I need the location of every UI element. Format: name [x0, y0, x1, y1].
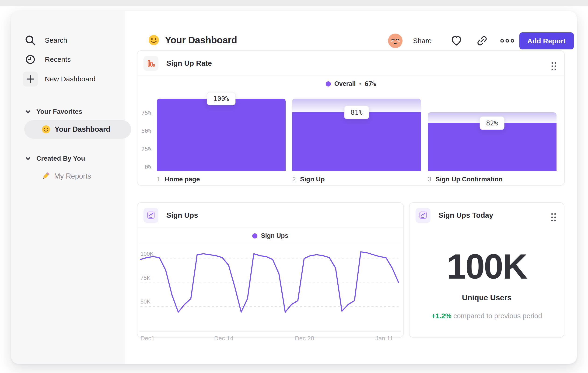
sign-up-rate-card: Sign Up Rate Overall • 67% 75%50%25%0%10…: [137, 50, 565, 186]
copy-link-icon[interactable]: [476, 35, 488, 46]
share-button[interactable]: Share: [413, 36, 432, 46]
plus-icon: [23, 71, 38, 87]
section-header-label: Your Favorites: [36, 108, 82, 115]
sign-ups-card: Sign Ups Sign Ups 100K75K50KDec1Dec 14De…: [137, 202, 404, 338]
sidebar-section-created-by-you[interactable]: Created By You: [25, 154, 85, 163]
funnel-step-label: 3Sign Up Confirmation: [428, 176, 503, 183]
metric-value: 100K: [410, 249, 564, 284]
sidebar-item-label: Your Dashboard: [55, 125, 110, 134]
chevron-down-icon: [25, 110, 31, 113]
pencil-emoji: [41, 171, 50, 181]
change-description: compared to previous period: [453, 312, 542, 320]
top-window-strip: [0, 0, 588, 6]
sidebar-item-search[interactable]: Search: [23, 33, 67, 48]
step-name: Home page: [165, 176, 200, 183]
chevron-down-icon: [25, 157, 31, 160]
sidebar-item-label: Search: [45, 36, 67, 44]
x-axis-tick: Dec1: [140, 335, 155, 342]
conversion-tooltip: 82%: [480, 117, 504, 130]
step-number: 2: [292, 176, 296, 183]
step-number: 3: [428, 176, 431, 183]
funnel-chart: 75%50%25%0%100%1Home page81%2Sign Up82%3…: [137, 51, 564, 185]
sidebar-item-new-dashboard[interactable]: New Dashboard: [23, 71, 96, 87]
x-axis-line: [154, 171, 560, 171]
sidebar-item-label: My Reports: [54, 172, 91, 181]
y-axis-tick: 50%: [137, 128, 151, 134]
sidebar-item-your-dashboard[interactable]: Your Dashboard: [24, 120, 131, 139]
sidebar-item-my-reports[interactable]: My Reports: [41, 171, 91, 181]
funnel-bar[interactable]: [292, 112, 421, 171]
sidebar: Search Recents New Dashboard Your Favori…: [11, 11, 125, 364]
page-title: Your Dashboard: [148, 34, 237, 46]
funnel-bar[interactable]: [428, 123, 556, 171]
more-options-icon[interactable]: [500, 39, 515, 43]
y-axis-tick: 0%: [137, 164, 151, 171]
card-title: Sign Ups Today: [438, 211, 493, 220]
funnel-bar[interactable]: [157, 99, 286, 171]
y-axis-tick: 75%: [137, 110, 151, 117]
change-value: +1.2%: [431, 312, 452, 320]
app-window: Search Recents New Dashboard Your Favori…: [11, 11, 577, 364]
smiley-emoji: [42, 125, 50, 134]
sidebar-item-label: New Dashboard: [45, 75, 96, 83]
conversion-tooltip: 100%: [207, 92, 235, 105]
step-name: Sign Up: [300, 176, 325, 183]
sidebar-item-label: Recents: [45, 55, 71, 63]
sign-ups-line-chart: 100K75K50KDec1Dec 14Dec 28Jan 11: [137, 203, 403, 337]
avatar[interactable]: [388, 33, 403, 48]
favorite-heart-icon[interactable]: [450, 35, 462, 47]
line-series: [140, 243, 399, 332]
x-axis-tick: Dec 14: [203, 335, 245, 342]
add-report-button[interactable]: Add Report: [519, 32, 574, 50]
smiley-emoji: [148, 34, 159, 46]
x-axis-tick: Jan 11: [363, 335, 405, 342]
line-chart-icon: [416, 208, 430, 223]
y-axis-tick: 25%: [137, 146, 151, 153]
funnel-step-label: 1Home page: [157, 176, 200, 183]
step-number: 1: [157, 176, 160, 183]
step-name: Sign Up Confirmation: [435, 176, 503, 183]
sidebar-section-your-favorites[interactable]: Your Favorites: [25, 107, 82, 116]
clock-icon: [23, 52, 38, 67]
metric-label: Unique Users: [410, 293, 564, 302]
x-axis-tick: Dec 28: [284, 335, 326, 342]
sign-ups-today-card: Sign Ups Today 100K Unique Users +1.2% c…: [409, 202, 564, 338]
drag-handle-icon[interactable]: [550, 213, 556, 222]
conversion-tooltip: 81%: [344, 106, 369, 119]
x-axis-line: [139, 332, 401, 332]
search-icon: [23, 33, 38, 48]
funnel-step-label: 2Sign Up: [292, 176, 325, 183]
sidebar-item-recents[interactable]: Recents: [23, 52, 71, 67]
page-title-text: Your Dashboard: [165, 35, 237, 46]
section-header-label: Created By You: [36, 155, 85, 162]
metric-change: +1.2% compared to previous period: [410, 312, 564, 320]
